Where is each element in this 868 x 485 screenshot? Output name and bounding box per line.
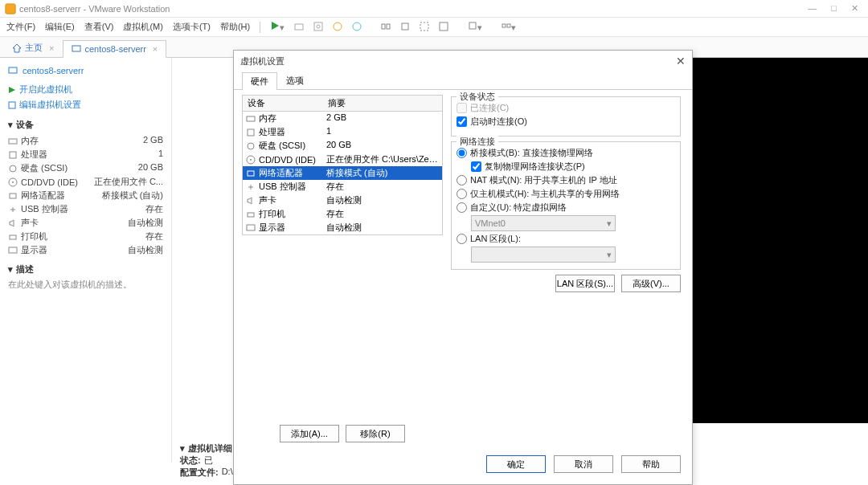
tab-vm[interactable]: centos8-serverr ×: [63, 40, 166, 58]
advanced-button[interactable]: 高级(V)...: [621, 275, 681, 292]
device-icon: [8, 150, 18, 160]
sidebar-hw-row[interactable]: 硬盘 (SCSI)20 GB: [8, 161, 163, 175]
device-value: 正在使用文件 C...: [94, 176, 163, 188]
dialog-tab-hardware[interactable]: 硬件: [242, 72, 277, 90]
summary-col-header: 摘要: [323, 96, 442, 111]
svg-rect-7: [382, 24, 385, 29]
vm-icon: [8, 66, 18, 75]
cancel-button[interactable]: 取消: [554, 455, 613, 473]
device-name: 硬盘 (SCSI): [259, 140, 305, 152]
menu-vm[interactable]: 虚拟机(M): [123, 21, 163, 33]
device-value: 存在: [145, 230, 163, 243]
device-list[interactable]: 设备 摘要 内存2 GB处理器1硬盘 (SCSI)20 GBCD/DVD (ID…: [242, 95, 443, 235]
tab-home[interactable]: 主页 ×: [3, 38, 63, 57]
device-icon: [246, 210, 256, 219]
toolbar-thumbnail-icon[interactable]: ▾: [502, 21, 516, 33]
device-row[interactable]: 硬盘 (SCSI)20 GB: [243, 139, 442, 153]
svg-rect-15: [72, 46, 80, 51]
svg-rect-18: [9, 102, 15, 108]
connect-poweron-checkbox[interactable]: 启动时连接(O): [457, 116, 675, 128]
toolbar-manage-icon[interactable]: [352, 22, 362, 33]
device-icon: [8, 137, 18, 146]
svg-rect-26: [9, 247, 17, 253]
custom-radio[interactable]: 自定义(U): 特定虚拟网络: [457, 202, 675, 214]
power-on-action[interactable]: 开启此虚拟机: [8, 82, 163, 97]
tab-vm-label: centos8-serverr: [84, 44, 145, 54]
network-connection-group: 网络连接 桥接模式(B): 直接连接物理网络 复制物理网络连接状态(P) NAT…: [451, 141, 681, 270]
toolbar-fullscreen-icon[interactable]: [420, 22, 429, 33]
svg-rect-34: [247, 225, 255, 230]
tab-home-label: 主页: [25, 42, 43, 54]
sidebar-hw-row[interactable]: 声卡自动检测: [8, 216, 163, 230]
menu-file[interactable]: 文件(F): [6, 21, 35, 33]
close-button[interactable]: ✕: [851, 3, 858, 14]
device-row[interactable]: CD/DVD (IDE)正在使用文件 C:\Users\Zeyang\...: [243, 153, 442, 166]
menu-edit[interactable]: 编辑(E): [45, 21, 75, 33]
toolbar-clock-icon[interactable]: [333, 22, 342, 33]
add-device-button[interactable]: 添加(A)...: [280, 425, 339, 442]
menu-tabs[interactable]: 选项卡(T): [173, 21, 211, 33]
menu-view[interactable]: 查看(V): [84, 21, 114, 33]
menu-help[interactable]: 帮助(H): [220, 21, 250, 33]
nat-radio[interactable]: NAT 模式(N): 用于共享主机的 IP 地址: [457, 174, 675, 186]
bridged-radio[interactable]: 桥接模式(B): 直接连接物理网络: [457, 147, 675, 159]
sidebar-hw-row[interactable]: 显示器自动检测: [8, 243, 163, 257]
play-button[interactable]: ▾: [270, 21, 285, 33]
device-name: 内存: [259, 112, 276, 124]
edit-settings-action[interactable]: 编辑虚拟机设置: [8, 97, 163, 112]
lan-segment-radio[interactable]: LAN 区段(L):: [457, 233, 675, 245]
tab-home-close[interactable]: ×: [49, 43, 54, 53]
sidebar-hw-row[interactable]: 打印机存在: [8, 230, 163, 243]
device-row[interactable]: 声卡自动检测: [243, 194, 442, 207]
device-icon: [246, 155, 256, 165]
toolbar-unity-icon[interactable]: [439, 22, 448, 33]
device-row[interactable]: USB 控制器存在: [243, 180, 442, 194]
lan-combo: ▾: [471, 247, 616, 263]
sidebar-hw-row[interactable]: USB 控制器存在: [8, 202, 163, 216]
dialog-close-button[interactable]: ✕: [676, 55, 686, 67]
lan-segments-button[interactable]: LAN 区段(S)...: [555, 275, 615, 292]
sidebar-hw-row[interactable]: 网络适配器桥接模式 (自动): [8, 189, 163, 202]
device-name: 网络适配器: [21, 190, 65, 202]
sidebar-hw-row[interactable]: CD/DVD (IDE)正在使用文件 C...: [8, 175, 163, 189]
replicate-checkbox[interactable]: 复制物理网络连接状态(P): [471, 161, 675, 173]
device-row[interactable]: 处理器1: [243, 125, 442, 139]
device-icon: [246, 141, 256, 151]
svg-rect-12: [469, 22, 476, 29]
device-row[interactable]: 网络适配器桥接模式 (自动): [243, 166, 442, 180]
sidebar-hw-row[interactable]: 处理器1: [8, 148, 163, 161]
device-name: 处理器: [259, 126, 285, 138]
desc-hint[interactable]: 在此处键入对该虚拟机的描述。: [8, 279, 163, 291]
help-button[interactable]: 帮助: [621, 455, 681, 473]
svg-rect-10: [420, 22, 428, 31]
svg-rect-16: [9, 67, 17, 73]
toolbar-snapshot-icon[interactable]: [294, 22, 304, 33]
remove-device-button[interactable]: 移除(R): [346, 425, 405, 442]
ok-button[interactable]: 确定: [486, 455, 546, 473]
toolbar-library-icon[interactable]: ▾: [468, 21, 482, 33]
svg-rect-32: [248, 171, 254, 176]
minimize-button[interactable]: —: [808, 3, 817, 14]
toolbar-single-icon[interactable]: [400, 22, 410, 33]
svg-rect-13: [502, 24, 506, 27]
svg-rect-24: [10, 194, 16, 198]
maximize-button[interactable]: □: [831, 3, 837, 14]
svg-rect-2: [295, 24, 303, 30]
dialog-tab-options[interactable]: 选项: [277, 71, 313, 89]
device-icon: [8, 246, 18, 255]
device-row[interactable]: 显示器自动检测: [243, 221, 442, 234]
device-value: 20 GB: [138, 162, 163, 174]
toolbar-screenshot-icon[interactable]: [313, 22, 323, 33]
device-col-header: 设备: [243, 96, 323, 111]
hostonly-radio[interactable]: 仅主机模式(H): 与主机共享的专用网络: [457, 188, 675, 200]
svg-marker-17: [9, 87, 15, 93]
network-legend: 网络连接: [457, 136, 498, 148]
device-row[interactable]: 内存2 GB: [243, 112, 442, 125]
tab-vm-close[interactable]: ×: [153, 44, 158, 54]
device-icon: [246, 114, 256, 124]
toolbar-tile-icon[interactable]: [381, 22, 391, 33]
device-row[interactable]: 打印机存在: [243, 207, 442, 221]
svg-rect-28: [248, 129, 254, 136]
sidebar-hw-row[interactable]: 内存2 GB: [8, 134, 163, 148]
device-value: 1: [158, 149, 163, 161]
